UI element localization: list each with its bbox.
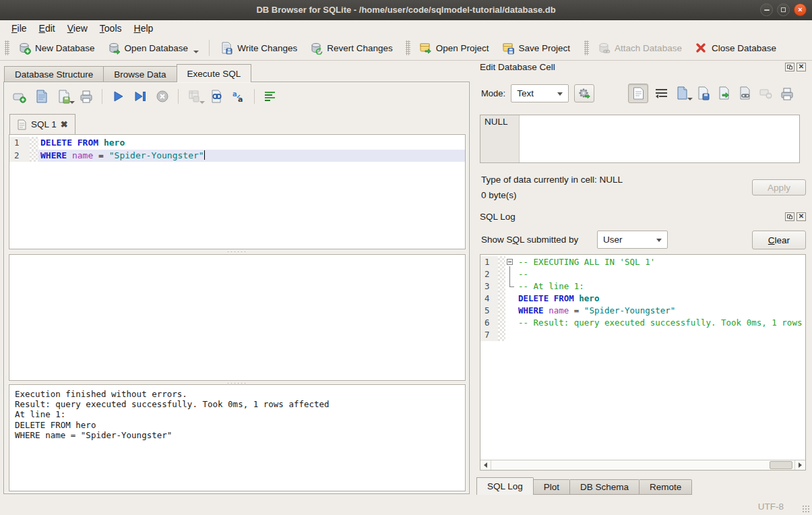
code-line: -- At line 1:	[516, 280, 805, 293]
horizontal-scrollbar[interactable]	[480, 460, 805, 470]
close-dock-button[interactable]: ✕	[797, 63, 806, 71]
revert-changes-icon	[309, 41, 323, 55]
editor-line[interactable]: 1 DELETE FROM hero	[9, 137, 465, 150]
cell-editor-toolbar	[628, 84, 794, 103]
open-url-button[interactable]	[738, 86, 753, 101]
mode-select[interactable]: Text	[511, 84, 569, 102]
scroll-right-button[interactable]	[794, 460, 805, 470]
log-line: 7	[480, 329, 805, 341]
word-wrap-button[interactable]	[261, 88, 279, 105]
message-line: WHERE name = "Spider-Youngster"	[15, 430, 460, 440]
resize-grip[interactable]	[801, 504, 810, 513]
dock-tab-plot[interactable]: Plot	[534, 479, 570, 495]
tab-browse-data[interactable]: Browse Data	[103, 66, 176, 82]
menu-edit[interactable]: Edit	[33, 22, 61, 34]
print-button[interactable]	[77, 88, 95, 105]
write-changes-button[interactable]: Write Changes	[214, 38, 303, 57]
export-cell-data-button[interactable]	[696, 86, 711, 101]
import-dropdown-icon[interactable]	[687, 98, 693, 100]
export-icon	[718, 86, 731, 100]
dock-tab-remote[interactable]: Remote	[639, 479, 692, 495]
cell-null-value: NULL	[485, 117, 508, 127]
sql-log-filter-select[interactable]: User	[597, 231, 668, 249]
scroll-left-button[interactable]	[480, 460, 491, 470]
open-sql-tab-button[interactable]	[11, 88, 28, 105]
menu-view[interactable]: View	[61, 22, 94, 34]
line-number: 2	[9, 150, 30, 162]
fold-collapse-icon[interactable]	[507, 259, 513, 265]
clear-log-button[interactable]: Clear	[752, 231, 806, 249]
sql1-tab[interactable]: SQL 1 ✖	[9, 114, 75, 134]
dock-tab-db-schema[interactable]: DB Schema	[570, 479, 639, 495]
revert-changes-button[interactable]: Revert Changes	[303, 38, 399, 57]
sql-log-view[interactable]: 1 -- EXECUTING ALL IN 'SQL 1' 2 -- 3 -- …	[480, 254, 806, 471]
attach-database-button: Attach Database	[591, 38, 688, 57]
float-dock-button[interactable]	[785, 212, 794, 221]
close-dock-button[interactable]: ✕	[797, 212, 806, 221]
fold-margin	[30, 137, 38, 150]
code-line[interactable]: WHERE name = "Spider-Youngster"	[38, 150, 465, 162]
editor-line-current[interactable]: 2 WHERE name = "Spider-Youngster"	[9, 150, 465, 162]
close-icon: ✕	[797, 63, 805, 70]
menu-tools[interactable]: Tools	[94, 22, 128, 34]
fold-column	[505, 305, 516, 317]
cell-editor-area[interactable]	[520, 115, 799, 162]
toolbar-grip[interactable]	[584, 40, 589, 55]
menu-help[interactable]: Help	[128, 22, 160, 34]
import-cell-data-button[interactable]	[675, 86, 690, 101]
tab-execute-sql[interactable]: Execute SQL	[177, 64, 252, 82]
save-sql-file-button[interactable]	[55, 88, 73, 105]
maximize-button[interactable]	[777, 3, 790, 16]
toolbar-grip[interactable]	[5, 40, 9, 55]
status-bar: UTF-8	[0, 496, 812, 515]
encoding-indicator[interactable]: UTF-8	[758, 502, 784, 512]
scrollbar-thumb[interactable]	[770, 461, 792, 469]
window-title: DB Browser for SQLite - /home/user/code/…	[256, 5, 555, 15]
open-sql-file-button[interactable]	[33, 88, 51, 105]
dock-tab-sql-log[interactable]: SQL Log	[476, 477, 534, 495]
sql-file-icon	[17, 119, 27, 130]
execute-line-icon	[133, 89, 148, 104]
cell-editor-box[interactable]: NULL	[480, 115, 800, 163]
text-mode-toggle[interactable]	[628, 84, 648, 103]
execution-message-pane[interactable]: Execution finished without errors.Result…	[9, 384, 466, 491]
save-as-file-button[interactable]	[717, 86, 732, 101]
minimize-icon	[764, 9, 770, 11]
menu-file[interactable]: File	[5, 22, 33, 34]
close-icon: ×	[794, 4, 806, 16]
close-button[interactable]: ×	[794, 3, 807, 16]
sql-editor[interactable]: 1 DELETE FROM hero 2 WHERE name = "Spide…	[9, 134, 466, 249]
open-database-dropdown-icon[interactable]	[193, 51, 199, 53]
print-cell-button[interactable]	[780, 86, 794, 101]
save-file-icon	[697, 86, 710, 100]
line-number: 1	[9, 137, 30, 150]
tab-database-structure[interactable]: Database Structure	[4, 66, 103, 82]
find-button[interactable]	[208, 88, 225, 105]
message-line: Result: query executed successfully. Too…	[15, 399, 460, 409]
open-database-button[interactable]: Open Database	[101, 38, 206, 57]
save-project-button[interactable]: Save Project	[495, 38, 577, 57]
open-project-button[interactable]: Open Project	[412, 38, 495, 57]
auto-apply-button[interactable]	[574, 84, 594, 102]
edit-cell-dock-header: Edit Database Cell ✕	[480, 62, 806, 72]
format-sql-button[interactable]: aa	[230, 88, 247, 105]
sql-tab-bar: SQL 1 ✖	[9, 114, 75, 134]
minimize-button[interactable]	[760, 3, 773, 16]
float-dock-button[interactable]	[785, 63, 794, 71]
execute-all-button[interactable]	[109, 88, 127, 105]
write-changes-label: Write Changes	[237, 43, 297, 53]
execute-sql-page: aa SQL 1 ✖ 1 DELETE FROM hero 2 WHERE na…	[3, 82, 470, 494]
toolbar-grip[interactable]	[406, 40, 410, 55]
word-wrap-cell-button[interactable]	[654, 86, 669, 101]
new-database-button[interactable]: New Database	[11, 38, 101, 57]
execute-line-button[interactable]	[131, 88, 149, 105]
results-grid[interactable]	[9, 254, 466, 381]
fold-column[interactable]	[505, 256, 516, 268]
splitter-handle[interactable]: ······	[9, 249, 466, 253]
save-sql-dropdown-icon[interactable]	[69, 101, 75, 104]
toolbar-separator	[209, 40, 210, 56]
code-line[interactable]: DELETE FROM hero	[38, 137, 465, 150]
close-database-button[interactable]: Close Database	[688, 38, 782, 57]
sql1-tab-close-icon[interactable]: ✖	[61, 119, 68, 129]
stop-button	[154, 88, 171, 105]
